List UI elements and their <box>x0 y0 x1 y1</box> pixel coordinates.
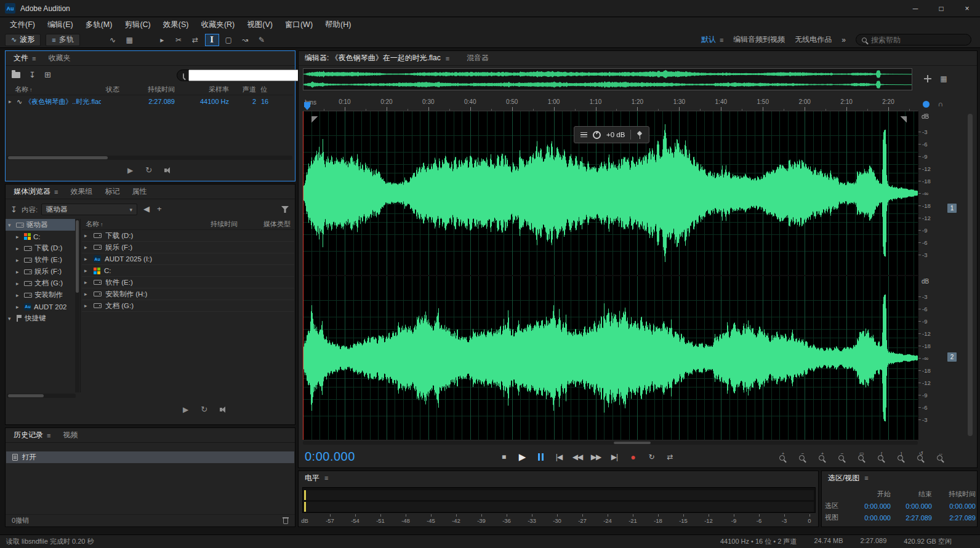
chevron-right-icon[interactable]: ▸ <box>16 304 22 310</box>
tab-panel[interactable]: 标记 <box>99 185 125 199</box>
list-item[interactable]: ▸C: <box>82 265 294 277</box>
move-tool-icon[interactable]: ▸ <box>155 34 169 46</box>
column-header[interactable]: 持续时间 <box>128 84 177 95</box>
add-shortcut-icon[interactable]: + <box>157 204 162 213</box>
show-waveform-icon[interactable]: ∿ <box>106 34 120 46</box>
chevron-down-icon[interactable]: ▾ <box>8 222 14 228</box>
panel-menu-icon[interactable]: ≡ <box>324 474 328 482</box>
menu-item[interactable]: 文件(F) <box>4 20 41 30</box>
menu-item[interactable]: 收藏夹(R) <box>195 20 241 30</box>
display-grid-icon[interactable]: ▦ <box>938 73 950 84</box>
new-container-icon[interactable]: ⊞ <box>44 70 51 79</box>
tree-item[interactable]: ▸娱乐 (F:) <box>6 266 76 277</box>
channel-2-badge[interactable]: 2 <box>947 352 957 362</box>
zoom-out-button[interactable]: − <box>793 451 810 464</box>
menu-item[interactable]: 多轨(M) <box>79 20 119 30</box>
column-header[interactable]: 声道 <box>231 84 259 95</box>
drives-dropdown[interactable]: 驱动器 ▾ <box>41 204 137 215</box>
editor-hscrollbar-thumb[interactable] <box>614 442 651 444</box>
panel-menu-icon[interactable]: ≡ <box>446 55 449 62</box>
menu-item[interactable]: 效果(S) <box>157 20 195 30</box>
tree-item[interactable]: ▾驱动器 <box>6 219 76 231</box>
pin-icon[interactable] <box>637 131 643 139</box>
chevron-right-icon[interactable]: ▸ <box>84 232 90 239</box>
chevron-right-icon[interactable]: ▸ <box>84 303 90 309</box>
playhead-marker[interactable] <box>304 102 310 110</box>
workspace-overflow-button[interactable]: » <box>841 36 846 44</box>
chevron-right-icon[interactable]: ▸ <box>84 256 90 262</box>
list-item[interactable]: ▸软件 (E:) <box>82 277 294 288</box>
lasso-selection-tool-icon[interactable]: ↝ <box>238 34 252 46</box>
panel-menu-icon[interactable]: ≡ <box>54 188 58 196</box>
time-ruler[interactable]: hms 0:100:200:300:400:501:001:101:201:30… <box>303 97 918 111</box>
tree-item[interactable]: ▾快捷键 <box>6 312 76 324</box>
chevron-right-icon[interactable]: ▸ <box>84 244 90 250</box>
files-hscrollbar-thumb[interactable] <box>8 156 108 159</box>
column-header[interactable]: 状态 <box>103 84 128 95</box>
tree-vscrollbar-thumb[interactable] <box>76 220 79 293</box>
tree-item[interactable]: ▸安装制作 <box>6 289 76 301</box>
loop-playback-button[interactable]: ↻ <box>642 450 661 464</box>
tab-mixer[interactable]: 混音器 <box>467 53 489 63</box>
slip-tool-icon[interactable]: ⇄ <box>188 34 203 46</box>
playhead-line[interactable] <box>303 111 303 440</box>
chevron-right-icon[interactable]: ▸ <box>16 280 22 287</box>
open-file-icon[interactable] <box>12 72 20 78</box>
tree-item[interactable]: ▸软件 (E:) <box>6 254 76 266</box>
chevron-right-icon[interactable]: ▸ <box>16 234 22 240</box>
zoom-in-button[interactable]: + <box>774 451 790 464</box>
pause-button[interactable] <box>531 450 550 464</box>
chevron-right-icon[interactable]: ▸ <box>9 98 14 105</box>
workspace-edit-audio-video[interactable]: 编辑音频到视频 <box>733 34 785 45</box>
help-search-box[interactable] <box>856 34 971 46</box>
list-item[interactable]: ▸安装制作 (H:) <box>82 288 294 300</box>
tree-hscrollbar[interactable] <box>7 394 76 398</box>
chevron-right-icon[interactable]: ▸ <box>16 257 22 263</box>
tree-item[interactable]: ▸文档 (G:) <box>6 277 76 289</box>
tab-favorites[interactable]: 收藏夹 <box>42 51 76 66</box>
time-display[interactable]: 0:00.000 <box>305 450 355 464</box>
razor-tool-icon[interactable]: ✂ <box>172 34 186 46</box>
vertical-scrollbar-thumb[interactable] <box>968 114 973 436</box>
panel-menu-icon[interactable]: ≡ <box>47 432 50 439</box>
waveform-channel-2[interactable] <box>303 276 918 440</box>
panel-menu-icon[interactable]: ≡ <box>32 55 36 62</box>
help-search-input[interactable] <box>871 36 951 44</box>
status-indicator-icon[interactable] <box>920 99 931 109</box>
tab-media-browser[interactable]: 媒体浏览器≡ <box>8 185 63 199</box>
menu-item[interactable]: 剪辑(C) <box>118 20 156 30</box>
list-item[interactable]: ▸下载 (D:) <box>82 230 294 242</box>
preview-play-button[interactable]: ▶ <box>183 405 188 414</box>
list-item[interactable]: ▸娱乐 (F:) <box>82 242 294 253</box>
fast-forward-button[interactable]: ▶▶ <box>587 450 605 464</box>
zoom-selection-button[interactable]: ▭ <box>853 451 869 464</box>
stop-button[interactable]: ■ <box>494 450 513 464</box>
chevron-right-icon[interactable]: ▸ <box>16 245 22 252</box>
download-icon[interactable]: ↧ <box>10 205 17 214</box>
skip-selection-button[interactable]: ⇄ <box>661 450 679 464</box>
record-button[interactable]: ● <box>624 450 642 464</box>
preview-loop-button[interactable]: ↻ <box>145 165 152 175</box>
fade-in-handle[interactable] <box>311 116 318 123</box>
magnet-snap-icon[interactable]: ∩ <box>935 99 946 109</box>
selection-row[interactable]: 选区0:00.0000:00.0000:00.000 <box>822 500 977 512</box>
column-header[interactable]: 名称↑ <box>6 84 103 95</box>
column-header[interactable]: 位 <box>259 84 270 95</box>
tab-history[interactable]: 历史记录 ≡ <box>8 428 56 443</box>
zoom-full-button[interactable]: ↔ <box>931 451 948 464</box>
tab-video[interactable]: 视频 <box>57 428 83 443</box>
chevron-right-icon[interactable]: ▸ <box>16 292 22 298</box>
tree-hscrollbar-thumb[interactable] <box>8 394 44 397</box>
trash-icon[interactable] <box>283 517 289 524</box>
menu-item[interactable]: 视图(V) <box>241 20 279 30</box>
file-row[interactable]: ▸ ∿ 《夜色钢琴曲》..时光.flac 2:27.089 44100 Hz 2… <box>6 96 293 107</box>
tree-vscrollbar[interactable] <box>75 219 79 392</box>
fade-out-handle[interactable] <box>900 116 907 123</box>
paintbrush-selection-tool-icon[interactable]: ✎ <box>255 34 269 46</box>
auto-play-speaker-icon[interactable] <box>164 167 173 174</box>
auto-play-speaker-icon[interactable] <box>220 406 228 413</box>
gain-hud[interactable]: +0 dB <box>574 126 649 143</box>
play-button[interactable]: ▶ <box>513 450 531 464</box>
chevron-down-icon[interactable]: ▾ <box>8 316 14 322</box>
zoom-selection-left-button[interactable]: [ <box>872 451 889 464</box>
